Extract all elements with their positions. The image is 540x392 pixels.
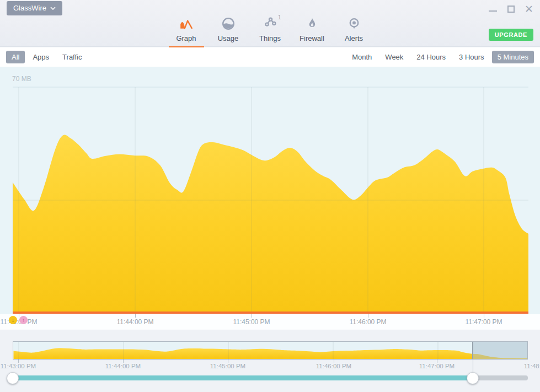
alerts-icon — [347, 17, 361, 31]
minimap-tick — [437, 359, 437, 363]
minimize-button[interactable] — [487, 3, 498, 14]
x-axis-tick — [135, 314, 136, 318]
maximize-button[interactable] — [505, 3, 516, 14]
x-axis-tick — [368, 314, 368, 318]
upgrade-button[interactable]: UPGRADE — [489, 29, 533, 41]
range-month[interactable]: Month — [346, 51, 377, 63]
maximize-icon — [507, 6, 515, 13]
upload-arrow-icon: ↑ — [22, 317, 25, 323]
tab-usage[interactable]: Usage — [211, 17, 246, 47]
tab-alerts[interactable]: Alerts — [336, 17, 372, 47]
traffic-legend: ↓ ↑ — [9, 316, 28, 324]
minimap-tick — [18, 359, 19, 363]
close-button[interactable]: ✕ — [523, 3, 534, 14]
timeline-minimap[interactable] — [13, 341, 528, 359]
app-menu-button[interactable]: GlassWire — [7, 1, 62, 15]
glasswire-window: GlassWire ✕ Graph — [0, 0, 540, 392]
usage-icon — [221, 17, 236, 31]
tab-graph[interactable]: Graph — [169, 17, 204, 47]
minimap-tick-label: 11:48:00 PM — [516, 363, 540, 369]
header: GlassWire ✕ Graph — [0, 0, 540, 47]
unselected-range-overlay — [472, 342, 527, 359]
x-axis-tick — [484, 314, 484, 318]
window-controls: ✕ — [487, 3, 534, 14]
slider-track-selected[interactable] — [13, 375, 473, 380]
minimap-area-chart — [13, 342, 527, 359]
chevron-down-icon — [50, 7, 56, 10]
x-axis-baseline — [13, 312, 528, 314]
tab-things[interactable]: 1 Things — [253, 17, 288, 47]
selection-edge-line — [473, 341, 473, 377]
download-area-chart — [13, 67, 528, 313]
things-icon — [263, 17, 277, 31]
tab-alerts-label: Alerts — [345, 34, 363, 42]
range-week[interactable]: Week — [379, 51, 409, 63]
slider-handle-right[interactable] — [467, 372, 479, 384]
download-arrow-icon: ↓ — [12, 317, 14, 323]
filter-group: All Apps Traffic — [6, 51, 88, 63]
x-axis-tick-label: 11:47:00 PM — [459, 318, 509, 326]
tab-usage-label: Usage — [218, 34, 239, 42]
things-count-badge: 1 — [278, 14, 281, 20]
tab-firewall-label: Firewall — [300, 34, 324, 42]
app-menu-label: GlassWire — [13, 4, 46, 12]
firewall-icon — [305, 17, 319, 31]
minimap-tick-label: 11:45:00 PM — [202, 363, 253, 369]
minimap-tick-label: 11:43:00 PM — [0, 363, 44, 369]
x-axis-tick-label: 11:45:00 PM — [227, 318, 276, 326]
close-icon: ✕ — [525, 4, 533, 14]
range-group: Month Week 24 Hours 3 Hours 5 Minutes — [346, 51, 534, 63]
main-chart-canvas[interactable]: 70 MB — [0, 67, 540, 314]
main-nav: Graph Usage 1 Things — [169, 0, 372, 47]
timeline-section: 11:43:00 PM11:44:00 PM11:45:00 PM11:46:0… — [0, 330, 540, 392]
x-axis-tick-label: 11:44:00 PM — [110, 318, 160, 326]
slider-track-unselected[interactable] — [473, 375, 528, 380]
download-legend-icon[interactable]: ↓ — [9, 316, 17, 324]
filter-all[interactable]: All — [6, 51, 25, 63]
x-axis-tick-label: 11:46:00 PM — [343, 318, 393, 326]
minimap-area-series — [14, 348, 528, 359]
tab-firewall[interactable]: Firewall — [295, 17, 330, 47]
tab-things-label: Things — [259, 34, 281, 42]
filter-apps[interactable]: Apps — [27, 51, 55, 63]
download-area-series — [13, 135, 528, 313]
x-axis-tick — [252, 314, 252, 318]
range-3hours[interactable]: 3 Hours — [453, 51, 490, 63]
minimize-icon — [489, 10, 497, 12]
minimap-tick-label: 11:44:00 PM — [98, 363, 148, 369]
minimap-tick-label: 11:46:00 PM — [308, 363, 359, 369]
minimap-tick — [334, 359, 334, 363]
minimap-tick-label: 11:47:00 PM — [411, 363, 462, 369]
minimap-tick — [228, 359, 228, 363]
slider-handle-left[interactable] — [7, 372, 19, 384]
time-range-toolbar: All Apps Traffic Month Week 24 Hours 3 H… — [0, 47, 540, 67]
upload-legend-icon[interactable]: ↑ — [19, 316, 28, 324]
minimap-tick — [123, 359, 124, 363]
range-24hours[interactable]: 24 Hours — [411, 51, 451, 63]
range-5minutes[interactable]: 5 Minutes — [492, 51, 534, 63]
filter-traffic[interactable]: Traffic — [57, 51, 87, 63]
tab-graph-label: Graph — [176, 34, 196, 42]
graph-icon — [179, 17, 194, 31]
